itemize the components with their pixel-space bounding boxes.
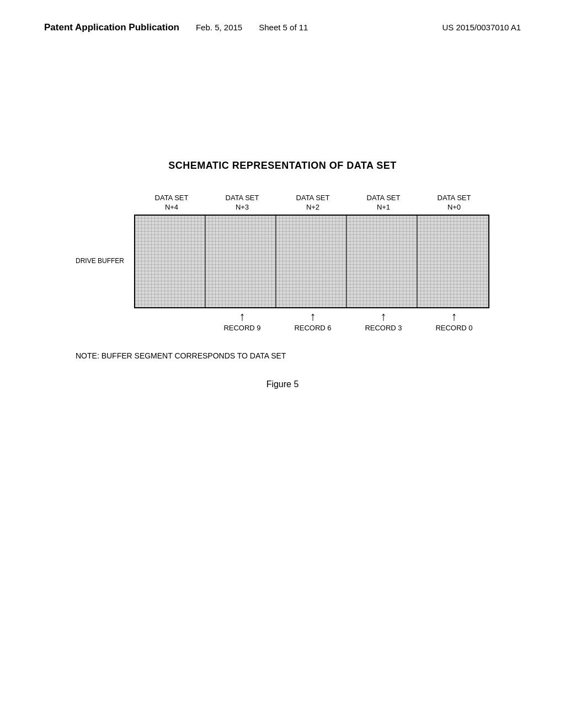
arrow-up-record6: ↑ — [310, 311, 316, 323]
arrow-label-record6: RECORD 6 — [294, 324, 331, 332]
buffer-segment-n0 — [418, 216, 488, 307]
arrow-label-record0: RECORD 0 — [435, 324, 472, 332]
arrow-record3: ↑ RECORD 3 — [348, 311, 419, 332]
buffer-segment-n2 — [276, 216, 347, 307]
buffer-segment-n4 — [135, 216, 206, 307]
arrow-up-record0: ↑ — [451, 311, 457, 323]
header-sheet: Sheet 5 of 11 — [259, 23, 308, 32]
header-date: Feb. 5, 2015 — [196, 23, 242, 32]
col-label-n0: DATA SET N+0 — [419, 194, 489, 212]
col-label-n4: DATA SET N+4 — [136, 194, 207, 212]
page: Patent Application Publication Feb. 5, 2… — [0, 0, 565, 728]
publication-label: Patent Application Publication — [44, 22, 179, 33]
column-labels: DATA SET N+4 DATA SET N+3 DATA SET N+2 D… — [136, 194, 489, 212]
arrow-record9: ↑ RECORD 9 — [207, 311, 278, 332]
header-patent: US 2015/0037010 A1 — [442, 23, 521, 32]
arrow-up-record9: ↑ — [239, 311, 246, 323]
buffer-segment-n1 — [347, 216, 418, 307]
col-label-n2: DATA SET N+2 — [278, 194, 348, 212]
main-content: SCHEMATIC REPRESENTATION OF DATA SET DAT… — [44, 160, 521, 389]
arrow-label-record9: RECORD 9 — [223, 324, 260, 332]
drive-buffer-label: DRIVE BUFFER — [76, 257, 134, 266]
col-label-n3: DATA SET N+3 — [207, 194, 278, 212]
arrows-row: ↑ RECORD 9 ↑ RECORD 6 ↑ RECORD 3 ↑ RECOR… — [136, 311, 489, 332]
buffer-grid — [134, 215, 489, 308]
col-label-n1: DATA SET N+1 — [348, 194, 419, 212]
page-header: Patent Application Publication Feb. 5, 2… — [44, 22, 521, 33]
diagram-title: SCHEMATIC REPRESENTATION OF DATA SET — [168, 160, 397, 172]
arrow-label-record3: RECORD 3 — [365, 324, 402, 332]
note-text: NOTE: BUFFER SEGMENT CORRESPONDS TO DATA… — [76, 351, 489, 360]
arrow-record0: ↑ RECORD 0 — [419, 311, 489, 332]
arrow-up-record3: ↑ — [381, 311, 387, 323]
buffer-segment-n3 — [206, 216, 276, 307]
buffer-row: DRIVE BUFFER — [76, 215, 489, 308]
arrow-spacer-n4 — [136, 311, 207, 332]
arrow-record6: ↑ RECORD 6 — [278, 311, 348, 332]
figure-label: Figure 5 — [266, 379, 299, 389]
diagram-container: DATA SET N+4 DATA SET N+3 DATA SET N+2 D… — [76, 194, 489, 360]
